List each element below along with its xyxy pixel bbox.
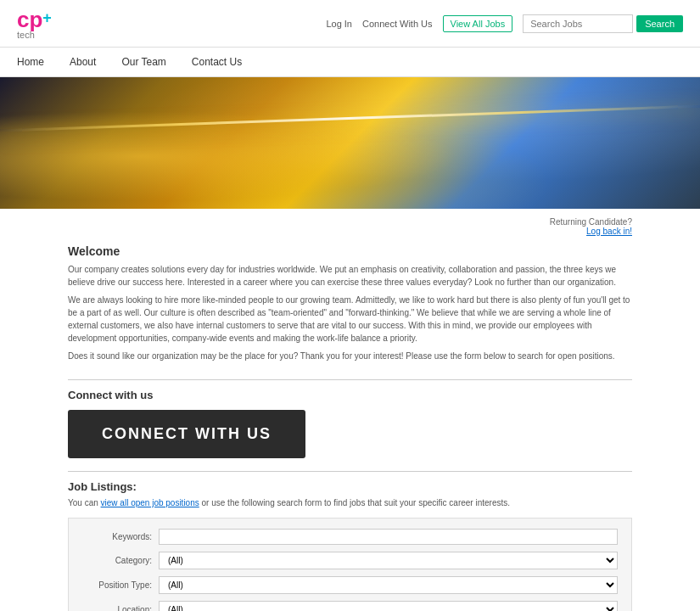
connect-button-container: CONNECT WITH US — [68, 410, 632, 458]
category-select[interactable]: (All) — [159, 552, 618, 569]
top-nav: Log In Connect With Us View All Jobs Sea… — [326, 14, 683, 33]
section-divider-1 — [68, 379, 632, 380]
logo: cp+ tech — [17, 7, 52, 40]
connect-with-us-button[interactable]: CONNECT WITH US — [68, 410, 305, 458]
welcome-section: Welcome Our company creates solutions ev… — [68, 244, 632, 362]
nav-home[interactable]: Home — [17, 56, 44, 68]
connect-heading: Connect with us — [68, 389, 632, 401]
nav-about[interactable]: About — [70, 56, 96, 68]
category-label: Category: — [82, 556, 159, 565]
job-listings-subtitle: You can view all open job positions or u… — [68, 498, 632, 507]
view-all-jobs-button[interactable]: View All Jobs — [443, 15, 513, 32]
welcome-heading: Welcome — [68, 244, 632, 258]
top-bar: cp+ tech Log In Connect With Us View All… — [0, 0, 700, 48]
location-label: Location: — [82, 605, 159, 611]
job-listings-section: Job Listings: You can view all open job … — [68, 480, 632, 611]
position-type-row: Position Type: (All) — [82, 576, 618, 594]
top-search-area: Search — [523, 14, 683, 33]
section-divider-2 — [68, 471, 632, 472]
welcome-para1: Our company creates solutions every day … — [68, 263, 632, 289]
subtitle-text-after: or use the following search form to find… — [199, 498, 510, 507]
keywords-input[interactable] — [159, 529, 618, 545]
nav-contact-us[interactable]: Contact Us — [192, 56, 242, 68]
welcome-para3: Does it sound like our organization may … — [68, 350, 632, 362]
position-type-label: Position Type: — [82, 580, 159, 590]
nav-bar: Home About Our Team Contact Us — [0, 48, 700, 77]
location-select[interactable]: (All) — [159, 601, 618, 611]
nav-our-team[interactable]: Our Team — [121, 56, 165, 68]
view-all-positions-link[interactable]: view all open job positions — [101, 498, 199, 507]
subtitle-text-before: You can — [68, 498, 101, 507]
logo-plus-text: + — [42, 9, 52, 26]
keywords-row: Keywords: — [82, 529, 618, 545]
job-listings-heading: Job Listings: — [68, 480, 632, 493]
log-back-in-link[interactable]: Log back in! — [586, 227, 632, 236]
position-type-select[interactable]: (All) — [159, 576, 618, 594]
returning-candidate-section: Returning Candidate? Log back in! — [68, 217, 632, 236]
connect-link[interactable]: Connect With Us — [362, 19, 433, 29]
job-search-form: Keywords: Category: (All) Position Type:… — [68, 518, 632, 611]
keywords-label: Keywords: — [82, 532, 159, 541]
login-link[interactable]: Log In — [326, 19, 352, 29]
location-row: Location: (All) — [82, 601, 618, 611]
top-search-input[interactable] — [523, 14, 633, 33]
returning-candidate-text: Returning Candidate? — [550, 217, 632, 227]
hero-image — [0, 77, 700, 209]
logo-cp-text: cp — [17, 7, 42, 32]
welcome-para2: We are always looking to hire more like-… — [68, 294, 632, 345]
category-row: Category: (All) — [82, 552, 618, 569]
logo-tech-text: tech — [17, 30, 52, 40]
top-search-button[interactable]: Search — [636, 15, 683, 32]
main-content: Returning Candidate? Log back in! Welcom… — [0, 209, 700, 611]
connect-section: Connect with us CONNECT WITH US — [68, 389, 632, 458]
